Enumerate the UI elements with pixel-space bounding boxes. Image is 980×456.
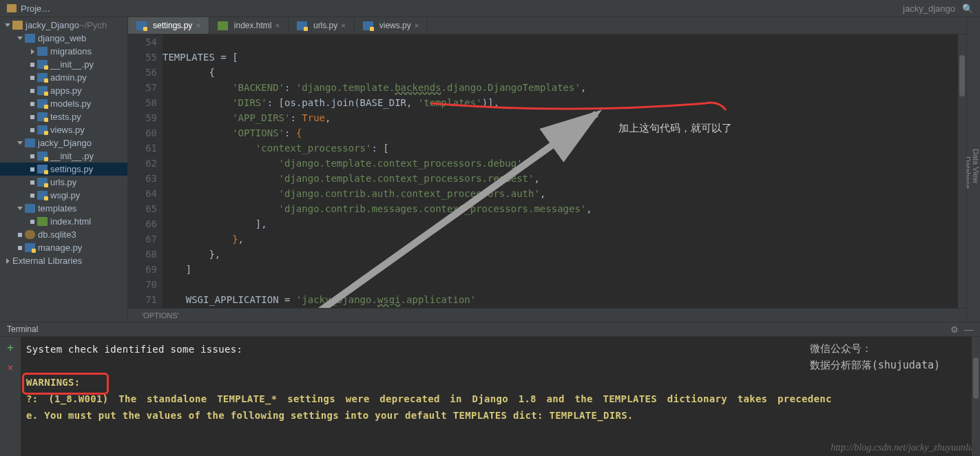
pyf-icon [37, 125, 48, 134]
tree-item[interactable]: index.html [0, 215, 127, 228]
tree-item[interactable]: jacky_Django ~/Pych [0, 19, 127, 32]
editor-area: settings.py×index.html×urls.py×views.py×… [128, 17, 966, 322]
terminal-title: Terminal [7, 324, 38, 334]
pyf-icon [37, 99, 48, 108]
pyf-icon [37, 86, 48, 95]
tree-item-label: index.html [50, 216, 91, 227]
breadcrumb[interactable]: 'OPTIONS' [128, 308, 966, 322]
tree-item[interactable]: django_web [0, 32, 127, 45]
fold-y-icon [12, 21, 23, 30]
tree-item-label: tests.py [50, 112, 81, 122]
close-icon[interactable]: × [341, 21, 345, 30]
project-sidebar: jacky_Django ~/Pychdjango_webmigrations_… [0, 17, 128, 322]
tree-item[interactable]: External Libraries [0, 254, 127, 267]
line-gutter: 54555657585960616263646566676869707172 [128, 34, 163, 308]
close-icon[interactable]: × [275, 21, 280, 30]
topbar-right: jacky_django 🔍 [903, 3, 980, 14]
tree-item-label: External Libraries [12, 256, 82, 266]
fold-b-icon [25, 204, 35, 213]
tab-views-py[interactable]: views.py× [355, 17, 428, 34]
close-session-button[interactable]: ✕ [8, 359, 13, 375]
pyf-icon [297, 21, 307, 30]
tree-item-label: urls.py [50, 177, 76, 187]
editor-scrollbar[interactable] [958, 34, 966, 308]
html-icon [37, 217, 48, 226]
tree-item[interactable]: urls.py [0, 176, 127, 189]
close-icon[interactable]: × [196, 21, 200, 30]
tree-item[interactable]: jacky_Django [0, 136, 127, 149]
pyf-icon [37, 152, 48, 160]
tree-item-label: __init__.py [50, 151, 94, 161]
tab-urls-py[interactable]: urls.py× [289, 17, 355, 34]
pyf-icon [363, 21, 373, 30]
tree-item[interactable]: __init__.py [0, 58, 127, 71]
code-editor[interactable]: TEMPLATES = [ { 'BACKEND': 'django.templ… [163, 34, 966, 308]
search-icon[interactable]: 🔍 [962, 3, 973, 14]
project-selector[interactable]: Proje… [0, 3, 50, 14]
annotation-text: 加上这句代码，就可以了 [618, 122, 732, 135]
tree-item-label: __init__.py [50, 59, 94, 70]
close-icon[interactable]: × [415, 21, 419, 30]
red-highlight-box [22, 373, 109, 395]
tree-item[interactable]: db.sqlite3 [0, 228, 127, 241]
gear-icon[interactable]: ⚙ [950, 324, 959, 335]
watermark-url: http://blog.csdn.net/jacky_zhuyuanlu [831, 439, 973, 456]
db-icon [25, 230, 35, 239]
pyf-icon [37, 178, 48, 187]
tree-item-label: jacky_Django [25, 20, 79, 30]
tree-item-label: django_web [38, 33, 86, 43]
tool-data-view[interactable]: Data View [972, 24, 980, 308]
tree-item-label: db.sqlite3 [38, 229, 76, 240]
tree-item-label: apps.py [50, 85, 82, 96]
tree-item[interactable]: templates [0, 202, 127, 215]
tree-item-label: admin.py [50, 72, 87, 83]
tree-item[interactable]: views.py [0, 123, 127, 136]
tree-item-label: wsgi.py [50, 190, 80, 200]
tree-item-label: settings.py [50, 164, 93, 174]
tree-item[interactable]: wsgi.py [0, 189, 127, 202]
tree-item[interactable]: settings.py [0, 163, 127, 176]
tree-item[interactable]: tests.py [0, 110, 127, 123]
tree-item[interactable]: migrations [0, 45, 127, 58]
pyf-icon [25, 243, 35, 252]
tree-item-label: models.py [50, 99, 91, 109]
project-tree[interactable]: jacky_Django ~/Pychdjango_webmigrations_… [0, 17, 127, 267]
watermark-wechat: 微信公众号：数据分析部落(shujudata) [810, 340, 940, 373]
tree-item[interactable]: manage.py [0, 241, 127, 254]
terminal-toolbar: + ✕ [0, 337, 21, 456]
tree-item[interactable]: __init__.py [0, 149, 127, 163]
html-icon [218, 21, 228, 30]
pyf-icon [37, 112, 48, 121]
tab-settings-py[interactable]: settings.py× [128, 17, 209, 34]
project-label: Proje… [21, 3, 50, 14]
tree-item-label: templates [38, 203, 76, 214]
tree-item[interactable]: models.py [0, 97, 127, 110]
fold-b-icon [37, 47, 48, 56]
editor-tabs[interactable]: settings.py×index.html×urls.py×views.py× [128, 17, 966, 34]
tree-item-label: manage.py [38, 242, 82, 253]
terminal-panel: + ✕ System check identified some issues:… [0, 337, 980, 456]
run-config-label[interactable]: jacky_django [903, 3, 955, 14]
tree-item[interactable]: apps.py [0, 84, 127, 97]
fold-b-icon [25, 34, 35, 43]
terminal-scrollbar[interactable] [972, 337, 980, 456]
tree-item-label: migrations [50, 46, 92, 56]
fold-b-icon [25, 138, 35, 147]
folder-icon [7, 4, 17, 12]
right-tool-strip[interactable]: Data View Database [966, 17, 980, 322]
pyf-icon [136, 21, 147, 30]
terminal-header: Terminal ⚙ — [0, 322, 980, 337]
tree-item-label: jacky_Django [38, 138, 92, 148]
pyf-icon [37, 191, 48, 200]
pyf-icon [37, 60, 48, 69]
new-session-button[interactable]: + [7, 340, 14, 356]
tab-index-html[interactable]: index.html× [209, 17, 289, 34]
minimize-icon[interactable]: — [964, 324, 973, 335]
pyf-icon [37, 73, 48, 82]
tree-item[interactable]: admin.py [0, 71, 127, 84]
topbar: Proje… jacky_django 🔍 [0, 0, 980, 17]
pyf-icon [37, 165, 48, 174]
tree-item-label: views.py [50, 125, 85, 135]
